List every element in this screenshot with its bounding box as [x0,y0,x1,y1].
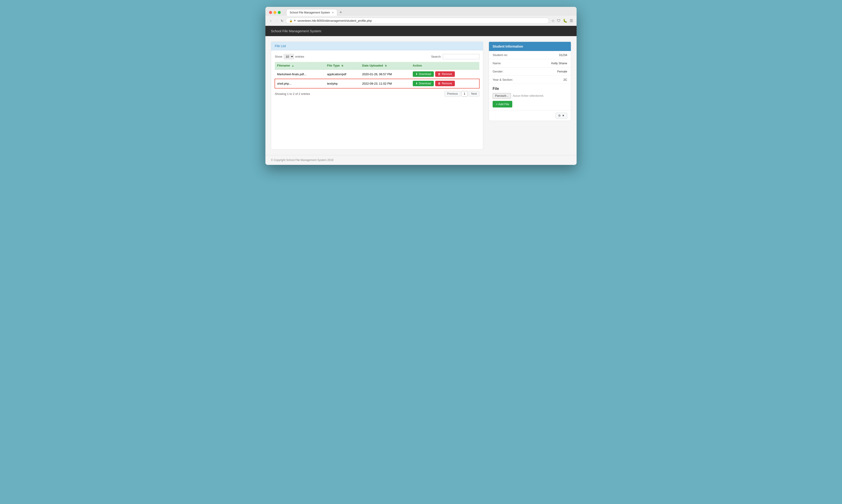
entries-select[interactable]: 10 25 50 [284,54,294,59]
page-1-button[interactable]: 1 [461,91,468,96]
remove-button-2[interactable]: 🗑 Remove [435,81,455,86]
download-icon-2: ⬇ [416,82,418,85]
download-icon-1: ⬇ [416,72,418,76]
address-bar[interactable]: 🔒 ⚑ seventeen.htb:8000/oldmanagement/stu… [286,18,549,24]
browser-toolbar: ‹ › ↻ 🔒 ⚑ seventeen.htb:8000/oldmanageme… [265,16,577,26]
browser-tab[interactable]: School File Management System ✕ [286,9,337,16]
name-label: Name: [493,61,501,65]
minimize-window-button[interactable] [274,11,276,14]
file-section: File Parcourir... Aucun fichier sélectio… [489,84,571,110]
url-display: seventeen.htb:8000/oldmanagement/student… [297,19,546,22]
gear-settings-button[interactable]: ⚙ ▼ [556,113,567,119]
col-date-label: Date Uploaded [362,64,383,67]
footer-text: © Copyright School File Management Syste… [271,159,333,162]
add-file-button[interactable]: + Add File [493,101,512,107]
remove-label-2: Remove [442,82,452,85]
tab-close-button[interactable]: ✕ [332,11,334,14]
col-filetype[interactable]: File Type ⇅ [325,62,360,69]
student-info-body: Student no: 31234 Name: Kelly Shane Gend… [489,51,571,121]
student-panel: Student Information Student no: 31234 Na… [489,42,571,121]
show-entries-control: Show 10 25 50 entries [275,54,304,59]
forward-button[interactable]: › [275,18,278,23]
cell-filename-2: shell.php... [275,79,325,88]
app-footer: © Copyright School File Management Syste… [265,155,577,165]
col-filename-label: Filename [277,64,290,67]
file-section-title: File [493,87,567,91]
previous-button[interactable]: Previous [444,91,460,96]
app-header: School File Management System [265,26,577,36]
col-filename[interactable]: Filename ▲ [275,62,325,69]
search-input[interactable] [443,54,479,59]
search-label: Search: [431,55,441,58]
search-box: Search: [431,54,479,59]
showing-text: Showing 1 to 2 of 2 entries [275,92,310,95]
file-list-panel: File List Show 10 25 50 entries [271,42,483,149]
student-no-value: 31234 [559,53,567,57]
cell-date-2: 2022-09-23, 11:02 PM [360,79,410,88]
student-panel-title: Student Information [493,44,523,48]
download-button-1[interactable]: ⬇ Download [413,71,434,77]
student-panel-footer: ⚙ ▼ [489,110,571,121]
table-header-row: Filename ▲ File Type ⇅ Date Uploaded ⇅ [275,62,479,69]
table-row: Marksheet-finals.pdf... application/pdf … [275,69,479,79]
col-filetype-label: File Type [327,64,339,67]
table-controls: Show 10 25 50 entries Search: [275,54,479,59]
file-list-title: File List [275,44,286,48]
entries-label: entries [295,55,304,58]
sort-indicator-filename: ▲ [292,65,294,67]
cell-filename-1: Marksheet-finals.pdf... [275,69,325,79]
cell-action-1: ⬇ Download 🗑 Remove [410,69,479,79]
col-date[interactable]: Date Uploaded ⇅ [360,62,410,69]
file-no-selection-text: Aucun fichier sélectionné. [513,94,544,97]
cell-action-2: ⬇ Download 🗑 Remove [410,79,479,88]
remove-button-1[interactable]: 🗑 Remove [435,71,455,77]
col-action: Action [410,62,479,69]
table-header: Filename ▲ File Type ⇅ Date Uploaded ⇅ [275,62,479,69]
close-window-button[interactable] [269,11,272,14]
pagination: Previous 1 Next [444,91,479,96]
sort-indicator-date: ⇅ [385,65,387,67]
menu-icon[interactable]: ☰ [570,19,573,23]
gender-value: Female [557,70,567,73]
extension-icon[interactable]: 🐛 [563,19,567,23]
reload-button[interactable]: ↻ [281,19,283,23]
table-row-highlighted: shell.php... text/php 2022-09-23, 11:02 … [275,79,479,88]
trash-icon-1: 🗑 [438,72,441,76]
app-title: School File Management System [271,29,321,33]
file-list-panel-header: File List [271,42,483,50]
action-cell-2: ⬇ Download 🗑 Remove [413,81,477,86]
shield-icon[interactable]: 🛡 [557,19,561,23]
toolbar-right: ☆ 🛡 🐛 ☰ [551,19,573,23]
file-list-panel-body: Show 10 25 50 entries Search: [271,50,483,100]
security-icon: 🔒 [289,19,293,22]
traffic-lights [269,11,281,14]
site-info-icon: ⚑ [294,19,296,22]
browser-titlebar: School File Management System ✕ + [265,7,577,16]
tab-title: School File Management System [290,11,330,14]
table-body: Marksheet-finals.pdf... application/pdf … [275,69,479,88]
download-label-1: Download [419,72,431,76]
new-tab-button[interactable]: + [339,9,343,16]
trash-icon-2: 🗑 [438,82,441,85]
show-label: Show [275,55,282,58]
col-action-label: Action [413,64,422,67]
action-cell-1: ⬇ Download 🗑 Remove [413,71,477,77]
cell-filetype-2: text/php [325,79,360,88]
download-button-2[interactable]: ⬇ Download [413,81,434,86]
app-body: File List Show 10 25 50 entries [265,36,577,155]
student-no-label: Student no: [493,53,508,57]
back-button[interactable]: ‹ [269,18,273,23]
maximize-window-button[interactable] [278,11,281,14]
student-panel-header: Student Information [489,42,571,51]
file-choose-button[interactable]: Parcourir... [493,93,511,98]
name-value: Kelly Shane [551,61,567,65]
bookmark-icon[interactable]: ☆ [551,19,555,23]
cell-filetype-1: application/pdf [325,69,360,79]
year-value: 2C [563,78,567,82]
gear-icon: ⚙ [558,114,561,117]
remove-label-1: Remove [442,72,452,76]
info-row-year: Year & Section: 2C [489,76,571,84]
sort-indicator-filetype: ⇅ [341,65,343,67]
info-row-gender: Gender: Female [489,68,571,76]
next-button[interactable]: Next [469,91,479,96]
